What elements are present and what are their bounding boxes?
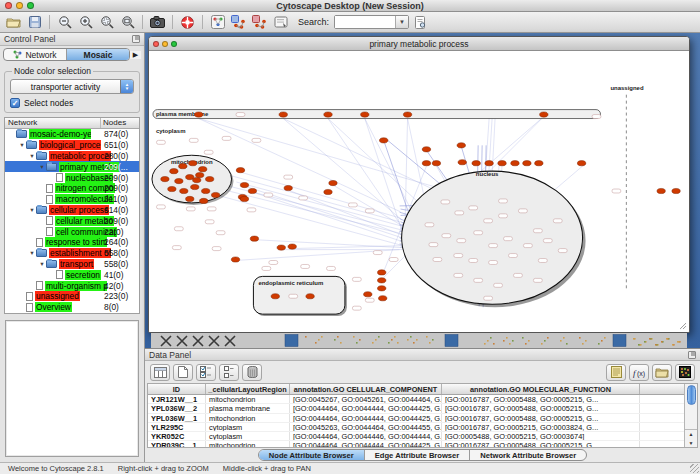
- tree-row[interactable]: ▼metabolic process280(0): [5, 151, 139, 162]
- import-folder-icon[interactable]: [652, 364, 672, 381]
- control-panel-title: Control Panel: [4, 34, 56, 44]
- attribute-checklist-button[interactable]: [196, 364, 216, 381]
- plasma-membrane-region: [153, 110, 601, 119]
- zoom-selected-button[interactable]: [97, 14, 116, 31]
- tree-row[interactable]: multi-organism pro42(0): [5, 280, 139, 291]
- tab-overflow-button[interactable]: ▶: [130, 51, 141, 59]
- table-cell: YPL036W__2: [148, 404, 206, 412]
- table-column-header[interactable]: annotation.GO MOLECULAR_FUNCTION: [442, 384, 640, 394]
- table-cell: [GO:0016787, GO:0005215, GO:0003824, G..…: [442, 423, 640, 431]
- vizmapper-button[interactable]: [229, 14, 248, 31]
- table-cell: [GO:0044464, GO:0044446, GO:0044444, G..…: [290, 432, 442, 440]
- tree-row[interactable]: ▼primary metabo209(...: [5, 161, 139, 172]
- tree-row[interactable]: ▼biological_process651(0): [5, 140, 139, 151]
- tree-row[interactable]: macromolecule311(0): [5, 194, 139, 205]
- select-nodes-checkbox[interactable]: ✓ Select nodes: [10, 98, 134, 108]
- fx-icon[interactable]: f(x): [629, 364, 649, 381]
- search-input[interactable]: [335, 16, 395, 28]
- tree-row[interactable]: mosaic-demo-yeast874(0): [5, 129, 139, 140]
- table-column-header[interactable]: ID: [148, 384, 206, 394]
- expand-arrow-icon[interactable]: ▼: [38, 261, 46, 267]
- select-attributes-button[interactable]: [150, 364, 170, 381]
- status-zoom-hint: Right-click + drag to ZOOM: [118, 464, 209, 473]
- table-row[interactable]: YKR052Ccytoplasm[GO:0044464, GO:0044446,…: [148, 432, 684, 441]
- table-cell: YJR121W__1: [148, 395, 206, 403]
- expand-arrow-icon[interactable]: ▼: [18, 142, 26, 148]
- table-row[interactable]: YDR039C__1mitochondrion[GO:0044464, GO:0…: [148, 441, 684, 447]
- main-toolbar: Search: ▼: [0, 12, 700, 33]
- help-button[interactable]: [178, 14, 197, 31]
- network-desktop: primary metabolic process plasma membran…: [145, 33, 700, 348]
- search-options-button[interactable]: [411, 14, 430, 31]
- tab-mosaic[interactable]: Mosaic: [67, 49, 129, 60]
- zoom-fit-button[interactable]: [118, 14, 137, 31]
- tree-row[interactable]: nucleobase-209(0): [5, 172, 139, 183]
- search-combo: ▼: [334, 15, 409, 29]
- tab-network[interactable]: Network: [4, 49, 67, 60]
- tree-item-node-count: 264(0): [104, 237, 128, 247]
- notes-icon[interactable]: [606, 364, 626, 381]
- tab-node-attribute-browser[interactable]: Node Attribute Browser: [259, 450, 365, 460]
- manage-networks-button[interactable]: [271, 14, 290, 31]
- snapshot-button[interactable]: [148, 14, 167, 31]
- network-file-icon: [46, 216, 53, 225]
- delete-attribute-button[interactable]: [242, 364, 262, 381]
- tree-row[interactable]: unassigned223(0): [5, 291, 139, 302]
- canvas-resize-grip[interactable]: [680, 323, 686, 329]
- network-view-window[interactable]: primary metabolic process plasma membran…: [148, 36, 690, 333]
- filter-button[interactable]: [250, 14, 269, 31]
- table-column-header[interactable]: _cellularLayoutRegion: [206, 384, 290, 394]
- save-session-button[interactable]: [25, 14, 44, 31]
- zoom-in-button[interactable]: [76, 14, 95, 31]
- node-color-dropdown[interactable]: transporter activity ▲▼: [10, 79, 134, 94]
- table-column-header[interactable]: annotation.GO CELLULAR_COMPONENT: [290, 384, 442, 394]
- table-row[interactable]: YJR121W__1mitochondrion[GO:0045267, GO:0…: [148, 395, 684, 404]
- float-data-panel-icon[interactable]: [688, 351, 696, 359]
- scrollbar-arrows[interactable]: ▲▼: [685, 429, 697, 447]
- node-color-selection-label: Node color selection: [12, 66, 93, 76]
- float-panel-icon[interactable]: [132, 35, 140, 43]
- table-scrollbar[interactable]: ▲▼: [684, 384, 697, 447]
- annotation-button[interactable]: [208, 14, 227, 31]
- open-session-button[interactable]: [4, 14, 23, 31]
- tree-item-label: Overview: [35, 302, 72, 312]
- expand-arrow-icon[interactable]: ▼: [38, 164, 46, 170]
- tree-item-label: biological_process: [39, 140, 101, 150]
- create-attribute-button[interactable]: [173, 364, 193, 381]
- tree-row[interactable]: secretion41(0): [5, 269, 139, 280]
- tree-row[interactable]: cell communicat22(0): [5, 226, 139, 237]
- attribute-list-button[interactable]: [219, 364, 239, 381]
- tree-column-network[interactable]: Network: [5, 118, 101, 128]
- birds-eye-view[interactable]: [5, 320, 139, 457]
- folder-icon: [46, 260, 57, 268]
- tree-row[interactable]: cellular metabo209(0): [5, 215, 139, 226]
- tree-column-nodes[interactable]: Nodes: [101, 118, 139, 128]
- tree-row[interactable]: Overview8(0): [5, 302, 139, 313]
- tree-row[interactable]: nitrogen compo209(0): [5, 183, 139, 194]
- tree-row[interactable]: response to stimul264(0): [5, 237, 139, 248]
- table-row[interactable]: YLR295Ccytoplasm[GO:0045263, GO:0044464,…: [148, 423, 684, 432]
- tree-row[interactable]: ▼establishment of lo558(0): [5, 248, 139, 259]
- search-dropdown-button[interactable]: ▼: [395, 16, 408, 28]
- expand-arrow-icon[interactable]: ▼: [28, 250, 36, 256]
- network-file-icon: [26, 292, 33, 301]
- window-resize-grip[interactable]: [690, 464, 699, 473]
- table-row[interactable]: YPL036W__1mitochondrion[GO:0044464, GO:0…: [148, 414, 684, 423]
- tree-row[interactable]: ▼transport558(0): [5, 259, 139, 270]
- table-cell: [GO:0016787, GO:0005488, GO:0005215, G..…: [442, 395, 640, 403]
- tab-edge-attribute-browser[interactable]: Edge Attribute Browser: [365, 450, 471, 460]
- tab-network-attribute-browser[interactable]: Network Attribute Browser: [470, 450, 586, 460]
- folder-icon: [26, 141, 37, 149]
- table-row[interactable]: YPL036W__2plasma membrane[GO:0044464, GO…: [148, 404, 684, 413]
- tree-item-node-count: 614(0): [104, 205, 128, 215]
- table-cell: plasma membrane: [206, 404, 290, 412]
- tree-item-node-count: 209(0): [104, 216, 128, 226]
- expand-arrow-icon[interactable]: ▼: [28, 153, 36, 159]
- expand-arrow-icon[interactable]: ▼: [28, 207, 36, 213]
- network-window-title: primary metabolic process: [149, 39, 689, 49]
- zoom-out-button[interactable]: [55, 14, 74, 31]
- tree-row[interactable]: ▼cellular process614(0): [5, 205, 139, 216]
- network-canvas[interactable]: plasma membrane cytoplasm mitochondrion …: [149, 51, 689, 332]
- scrollbar-thumb[interactable]: [687, 385, 696, 405]
- heatmap-icon[interactable]: [675, 364, 695, 381]
